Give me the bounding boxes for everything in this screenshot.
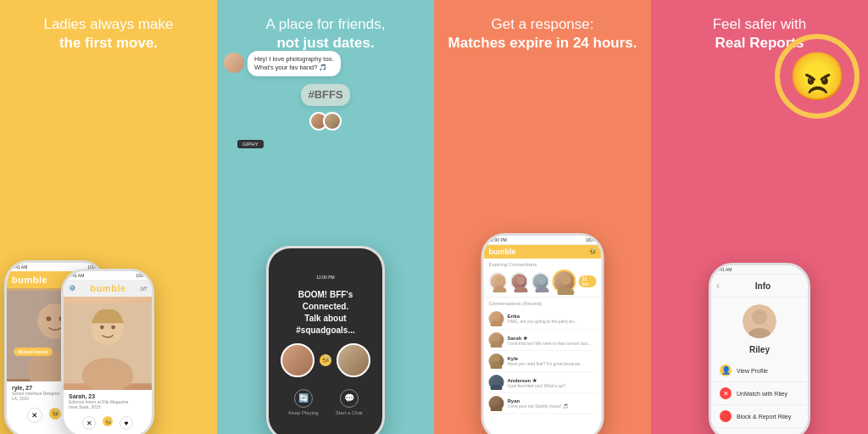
conv-msg-ryan: I love your top Spotify music! 🎵 — [508, 403, 597, 409]
svg-point-14 — [538, 276, 547, 285]
svg-point-8 — [100, 326, 104, 330]
svg-point-27 — [491, 406, 503, 411]
svg-point-25 — [491, 385, 503, 390]
angry-emoji-container: 😠 — [775, 34, 860, 119]
panel-connections: Get a response: Matches expire in 24 hou… — [434, 0, 651, 434]
shared-friends-badge: Shared Friends — [14, 348, 53, 356]
bumble-logo: bumble — [12, 275, 47, 285]
conv-item-sarah[interactable]: Sarah ★ I love that too! We went to that… — [489, 330, 597, 351]
view-profile-action[interactable]: 👤 View Profile — [711, 359, 808, 382]
panel-2-line2: not just dates. — [266, 34, 386, 53]
dislike-button[interactable]: ✕ — [27, 408, 42, 423]
back-chevron-icon[interactable]: ‹ — [716, 280, 720, 292]
conv-name-sarah: Sarah ★ — [508, 335, 597, 341]
panel-1-title: Ladies always make the first move. — [30, 0, 186, 61]
view-profile-label: View Profile — [737, 368, 768, 374]
bff-avatars-row: 🐝 — [281, 343, 370, 377]
info-screen: 9:41 AM ‹ Info Riley 👤 View Profile ✕ Un… — [711, 265, 808, 434]
bff-connected-text: BOOM! BFF's Connected. Talk about #squad… — [269, 289, 382, 337]
conv-item-erika[interactable]: Erika OMG, are you going to the party en… — [489, 309, 597, 330]
chat-area: Hey! I love photography too. What's your… — [224, 51, 427, 149]
panel-4-line1: Feel safer with — [713, 15, 807, 34]
svg-point-18 — [493, 313, 500, 320]
conv-msg-erika: OMG, are you going to the party en... — [508, 319, 597, 324]
phone-secondary-screen: 9:41 AM100% ⚙️ bumble bff — [64, 271, 152, 434]
bee-icon-2: 🐝 — [103, 416, 113, 426]
bff-connected-avatar-2 — [337, 343, 370, 377]
bff-screen: 12:00 PM BOOM! BFF's Connected. Talk abo… — [269, 248, 382, 434]
angry-emoji: 😠 — [788, 49, 847, 104]
expiring-avatars-row: 23 hrs — [489, 270, 597, 293]
panel-dating: Ladies always make the first move. 9:41 … — [0, 0, 217, 434]
svg-point-9 — [111, 326, 115, 330]
svg-point-26 — [493, 398, 500, 404]
timer-badge: 23 hrs — [579, 275, 597, 287]
conv-msg-andersen: I just favorited you! What's up? — [508, 383, 597, 388]
conv-name-andersen: Andersen ★ — [508, 377, 597, 383]
svg-point-15 — [536, 287, 549, 292]
svg-point-10 — [496, 276, 504, 285]
bee-connection-icon: 🐝 — [320, 354, 331, 366]
panel-2-line1: A place for friends, — [266, 15, 386, 34]
block-action[interactable]: 🚫 Block & Report Riley — [711, 405, 808, 428]
keep-playing-action[interactable]: 🔄 Keep Playing — [288, 389, 318, 415]
conv-item-kyle[interactable]: Kyle Have you read that? It's great beca… — [489, 351, 597, 372]
svg-point-24 — [493, 376, 500, 383]
unmatch-label: UnMatch with Riley — [737, 391, 787, 397]
svg-point-16 — [561, 275, 571, 285]
exp-avatar-3 — [531, 272, 550, 291]
svg-point-13 — [515, 287, 528, 292]
conv-msg-sarah: I love that too! We went to that concert… — [508, 341, 597, 346]
exp-avatar-2 — [510, 272, 529, 291]
chat-bubble-1: Hey! I love photography too. What's your… — [248, 51, 341, 76]
conv-avatar-erika — [489, 311, 504, 326]
bff-connected-avatar-1 — [281, 343, 314, 377]
conv-info-ryan: Ryan I love your top Spotify music! 🎵 — [508, 398, 597, 409]
svg-point-22 — [493, 355, 500, 362]
start-chat-action[interactable]: 💬 Start a Chat — [336, 389, 363, 415]
panel-bff: A place for friends, not just dates. Hey… — [217, 0, 434, 434]
unmatch-action[interactable]: ✕ UnMatch with Riley — [711, 382, 808, 405]
panel-3-title: Get a response: Matches expire in 24 hou… — [435, 0, 651, 61]
bff-actions-row: 🔄 Keep Playing 💬 Start a Chat — [288, 389, 362, 415]
expiring-section: Expiring Connections — [484, 259, 602, 298]
profile-info-2: Editorial Intern at Elle Magazine Iowa S… — [69, 399, 147, 409]
bff-avatar-2 — [323, 112, 342, 131]
svg-point-20 — [493, 334, 500, 341]
block-label: Block & Report Riley — [737, 414, 791, 420]
svg-point-3 — [47, 316, 52, 321]
conv-msg-kyle: Have you read that? It's great because..… — [508, 361, 597, 366]
conv-avatar-ryan — [489, 396, 504, 411]
phone-secondary: 9:41 AM100% ⚙️ bumble bff — [61, 269, 154, 434]
panel-1-line2: the first move. — [43, 34, 173, 53]
bee-icon: 🐝 — [49, 408, 61, 420]
keep-playing-label: Keep Playing — [288, 410, 318, 415]
svg-point-21 — [491, 342, 503, 348]
view-profile-icon: 👤 — [720, 364, 732, 376]
conv-avatar-kyle — [489, 353, 504, 369]
profile-name-2: Sarah, 23 — [69, 393, 147, 399]
dislike-button-2[interactable]: ✕ — [82, 416, 96, 430]
phone-bff: 12:00 PM BOOM! BFF's Connected. Talk abo… — [266, 246, 385, 434]
panel-3-line2: Matches expire in 24 hours. — [448, 34, 637, 53]
svg-point-11 — [493, 287, 507, 292]
conv-item-ryan[interactable]: Ryan I love your top Spotify music! 🎵 — [489, 393, 597, 415]
conversations-label: Conversations (Recent) — [489, 301, 597, 306]
person-avatar — [743, 304, 776, 338]
conv-info-andersen: Andersen ★ I just favorited you! What's … — [508, 377, 597, 388]
exp-avatar-1 — [489, 272, 508, 291]
svg-point-19 — [491, 321, 503, 326]
chat-avatar-1 — [224, 53, 244, 73]
conv-info-erika: Erika OMG, are you going to the party en… — [508, 314, 597, 324]
person-name: Riley — [711, 345, 808, 354]
svg-point-17 — [558, 287, 575, 295]
start-chat-label: Start a Chat — [336, 410, 363, 415]
exp-avatar-highlighted — [553, 270, 576, 293]
giphy-label: GIPHY — [237, 140, 264, 148]
info-title: Info — [723, 281, 803, 291]
keep-playing-icon: 🔄 — [294, 389, 313, 408]
conv-item-andersen[interactable]: Andersen ★ I just favorited you! What's … — [489, 372, 597, 393]
panel-3-line1: Get a response: — [448, 15, 637, 34]
phone-safety: 9:41 AM ‹ Info Riley 👤 View Profile ✕ Un… — [709, 263, 810, 434]
like-button-2[interactable]: ♥ — [120, 416, 133, 430]
